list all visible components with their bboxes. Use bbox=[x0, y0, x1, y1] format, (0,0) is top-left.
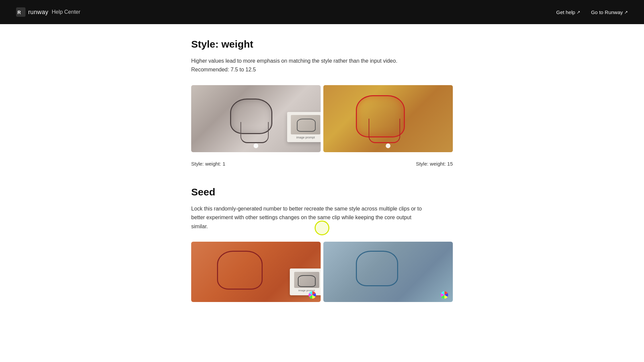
seed-image-prompt-thumbnail-left bbox=[294, 272, 319, 288]
dog-sketch-orange-bg bbox=[323, 85, 453, 152]
go-to-runway-button[interactable]: Go to Runway bbox=[591, 9, 628, 15]
seed-title: Seed bbox=[191, 185, 453, 198]
style-weight-description: Higher values lead to more emphasis on m… bbox=[191, 57, 426, 74]
seed-comparison: image prompt bbox=[191, 242, 453, 302]
image-prompt-label-left: image prompt bbox=[296, 136, 315, 139]
runway-logo-icon: R bbox=[16, 7, 25, 17]
image-prompt-overlay-left: image prompt bbox=[287, 112, 321, 142]
style-weight-1-caption: Style: weight: 1 bbox=[191, 161, 225, 167]
get-help-link[interactable]: Get help bbox=[556, 9, 580, 15]
palette-indicator-right bbox=[441, 291, 448, 299]
palette-indicator-left bbox=[309, 291, 316, 299]
style-weight-15-caption: Style: weight: 15 bbox=[416, 161, 453, 167]
site-header: R runway Help Center Get help Go to Runw… bbox=[0, 0, 644, 24]
style-weight-15-image bbox=[323, 85, 453, 152]
dog-sketch-blue-right-bg bbox=[323, 242, 453, 302]
style-weight-comparison: image prompt bbox=[191, 85, 453, 152]
style-weight-captions: Style: weight: 1 Style: weight: 15 bbox=[191, 158, 453, 167]
image-prompt-thumbnail-left bbox=[291, 115, 320, 135]
style-weight-section: Style: weight Higher values lead to more… bbox=[191, 38, 453, 167]
logo-runway-text: runway bbox=[28, 9, 48, 16]
main-content: Style: weight Higher values lead to more… bbox=[171, 24, 473, 322]
style-weight-title: Style: weight bbox=[191, 38, 453, 51]
style-weight-1-image: image prompt bbox=[191, 85, 321, 152]
seed-section: Seed Lock this randomly-generated number… bbox=[191, 185, 453, 302]
seed-image-prompt-overlay-left: image prompt bbox=[290, 268, 321, 295]
weight-15-dot-indicator bbox=[386, 143, 390, 148]
help-center-label: Help Center bbox=[52, 9, 80, 15]
weight-1-dot-indicator bbox=[254, 143, 258, 148]
svg-text:R: R bbox=[17, 10, 21, 15]
header-logo-area: R runway Help Center bbox=[16, 7, 80, 17]
seed-right-image bbox=[323, 242, 453, 302]
header-nav: Get help Go to Runway bbox=[556, 9, 628, 15]
runway-logo[interactable]: R runway bbox=[16, 7, 48, 17]
seed-description: Lock this randomly-generated number to b… bbox=[191, 204, 426, 231]
seed-left-image: image prompt bbox=[191, 242, 321, 302]
